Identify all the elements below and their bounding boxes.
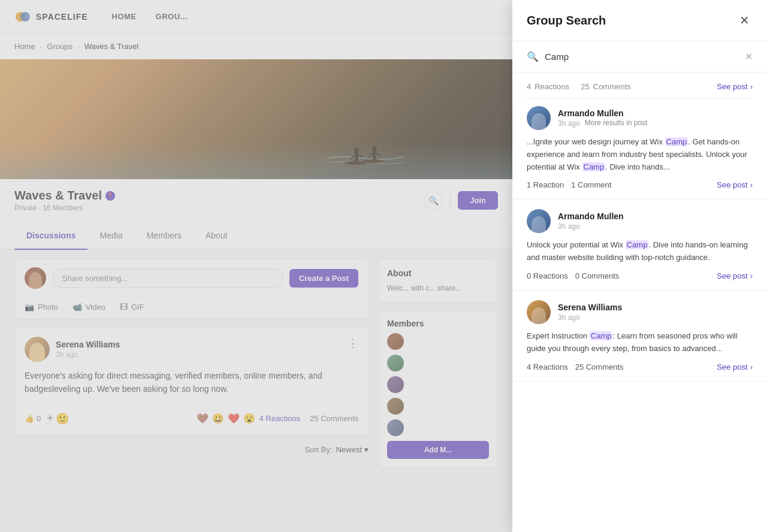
result-text-2: Unlock your potential at Wix Camp. Dive … [527, 239, 753, 264]
close-search-panel-button[interactable]: ✕ [736, 12, 753, 29]
result-author-info-2: Armando Mullen 3h ago [558, 211, 624, 231]
result-author-row-1: Armando Mullen 3h ago More results in po… [527, 106, 753, 130]
highlight-2: Camp [582, 162, 606, 171]
bottom-see-post-2[interactable]: See post › [717, 271, 753, 280]
chevron-right-icon-3: › [750, 362, 753, 371]
bottom-comments-2: 0 Comments [575, 271, 620, 280]
result-time-3: 3h ago [558, 313, 622, 322]
result-reactions-label-1: Reactions [535, 82, 569, 91]
result-stats-1: 4 Reactions 25 Comments [527, 82, 631, 91]
bottom-comments-1: 1 Comment [571, 180, 611, 189]
result-meta-row-1: 4 Reactions 25 Comments See post › [527, 82, 753, 91]
result-bottom-stats-3: 4 Reactions 25 Comments See post › [527, 362, 753, 371]
result-item-1: 4 Reactions 25 Comments See post › Arma [512, 72, 767, 200]
result-text-3: Expert Instruction Camp: Learn from seas… [527, 330, 753, 355]
bottom-reactions-2: 0 Reactions [527, 271, 568, 280]
search-panel-title: Group Search [527, 14, 606, 28]
search-results: 4 Reactions 25 Comments See post › Arma [512, 72, 767, 532]
result-author-row-2: Armando Mullen 3h ago [527, 209, 753, 233]
more-results-label-1: More results in post [585, 119, 648, 127]
highlight-3: Camp [626, 240, 649, 249]
bottom-comments-3: 25 Comments [575, 362, 624, 371]
see-post-link-1[interactable]: See post › [717, 82, 753, 91]
result-author-name-2: Armando Mullen [558, 211, 624, 221]
result-avatar-3 [527, 300, 551, 324]
result-author-row-3: Serena Williams 3h ago [527, 300, 753, 324]
bottom-see-post-label-2: See post [717, 271, 747, 280]
bottom-see-post-label-1: See post [717, 180, 747, 189]
bottom-stats-left-2: 0 Reactions 0 Comments [527, 271, 619, 280]
result-comments-label-1: Comments [593, 82, 631, 91]
highlight-1: Camp [665, 137, 689, 146]
result-avatar-2 [527, 209, 551, 233]
result-time-2: 3h ago [558, 222, 624, 231]
chevron-right-icon-1b: › [750, 180, 753, 189]
result-author-name-1: Armando Mullen [558, 108, 647, 118]
chevron-right-icon-1: › [750, 82, 753, 91]
clear-search-button[interactable]: ✕ [745, 51, 753, 62]
overlay [0, 0, 512, 532]
result-item-2: Armando Mullen 3h ago Unlock your potent… [512, 200, 767, 291]
result-author-info-1: Armando Mullen 3h ago More results in po… [558, 108, 647, 128]
result-time-1: 3h ago [558, 119, 580, 128]
result-avatar-1 [527, 106, 551, 130]
bottom-reactions-3: 4 Reactions [527, 362, 568, 371]
result-text-1: ...Ignite your web design journey at Wix… [527, 136, 753, 173]
bottom-stats-left-3: 4 Reactions 25 Comments [527, 362, 624, 371]
bottom-reactions-1: 1 Reaction [527, 180, 564, 189]
result-comments-count-1: 25 [581, 82, 589, 91]
search-panel-header: Group Search ✕ [512, 0, 767, 41]
bottom-see-post-1[interactable]: See post › [717, 180, 753, 189]
search-input-area: 🔍 ✕ [512, 41, 767, 72]
result-author-info-3: Serena Williams 3h ago [558, 303, 622, 322]
result-author-name-3: Serena Williams [558, 303, 622, 312]
see-post-label-1: See post [717, 82, 747, 91]
result-item-3: Serena Williams 3h ago Expert Instructio… [512, 291, 767, 382]
result-bottom-stats-2: 0 Reactions 0 Comments See post › [527, 271, 753, 280]
search-panel: Group Search ✕ 🔍 ✕ 4 Reactions 25 Commen… [512, 0, 767, 532]
bottom-stats-left-1: 1 Reaction 1 Comment [527, 180, 611, 189]
search-icon: 🔍 [527, 51, 539, 62]
search-input[interactable] [545, 52, 739, 62]
result-reactions-count-1: 4 [527, 82, 531, 91]
bottom-see-post-label-3: See post [717, 362, 747, 371]
result-bottom-stats-1: 1 Reaction 1 Comment See post › [527, 180, 753, 189]
bottom-see-post-3[interactable]: See post › [717, 362, 753, 371]
chevron-right-icon-2: › [750, 271, 753, 280]
highlight-4: Camp [590, 331, 613, 340]
